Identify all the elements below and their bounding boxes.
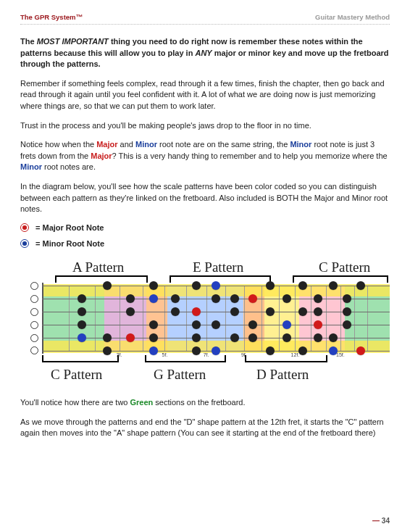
fret-line (367, 286, 368, 351)
note (329, 333, 338, 342)
p6-b: sections on the fretboard. (153, 398, 245, 407)
label-g-pattern: G Pattern (154, 367, 206, 383)
note-minor-root (149, 294, 158, 303)
fret-line (326, 286, 327, 351)
note (356, 281, 365, 290)
note-major-root (126, 333, 135, 342)
paragraph-4: Notice how when the Major and Minor root… (20, 139, 390, 173)
bracket-a (55, 275, 148, 283)
p4-minor2: Minor (290, 140, 311, 149)
p1-em1: MOST IMPORTANT (37, 37, 109, 46)
label-c-pattern-bottom: C Pattern (51, 367, 102, 383)
bracket-e (170, 275, 271, 283)
fret-line (244, 286, 245, 351)
p1-em2: ANY (195, 49, 212, 57)
legend-major: = Major Root Note (20, 223, 390, 232)
note (192, 346, 201, 355)
note-major-root (314, 320, 322, 329)
open-strings (29, 286, 41, 351)
note (192, 320, 201, 329)
note (230, 333, 239, 342)
note (266, 281, 275, 290)
note (78, 320, 86, 329)
p6-green: Green (130, 398, 154, 407)
p4-a: Notice how when the (20, 140, 96, 149)
note-major-root (356, 346, 365, 355)
note (192, 333, 201, 342)
p1-t1: The (20, 37, 37, 46)
note (149, 320, 158, 329)
note-minor-root (329, 346, 338, 355)
note (343, 294, 351, 303)
note (248, 320, 257, 329)
note-major-root (192, 307, 201, 316)
note (314, 294, 322, 303)
minor-root-icon (20, 239, 29, 248)
p4-minor3: Minor (20, 162, 42, 171)
note-minor-root (283, 320, 291, 329)
p4-e: ? This is a very handy thing to remember… (112, 151, 388, 160)
note (103, 281, 112, 290)
note (126, 307, 135, 316)
fret-line (279, 286, 280, 351)
label-a-pattern: A Pattern (72, 259, 124, 275)
note (329, 281, 338, 290)
note (230, 307, 239, 316)
fretnum-15: 15f. (336, 352, 345, 357)
bracket-c-bottom (42, 355, 119, 362)
note (149, 281, 158, 290)
paragraph-2: Remember if something feels complex, rea… (20, 78, 390, 112)
note (314, 307, 322, 316)
p4-c: root note are on the same string, the (157, 140, 290, 149)
note (314, 333, 322, 342)
fretboard-diagram: A Pattern E Pattern C Pattern (20, 257, 390, 387)
p4-minor1: Minor (135, 140, 157, 149)
note (212, 320, 220, 329)
label-d-pattern: D Pattern (256, 367, 309, 383)
note (212, 294, 220, 303)
bracket-c-top (293, 275, 388, 283)
paragraph-5: In the diagram below, you'll see how the… (20, 181, 390, 215)
note-minor-root (78, 333, 86, 342)
note (126, 294, 135, 303)
open-circle (30, 282, 38, 290)
legend-minor-text: = Minor Root Note (35, 239, 104, 248)
note (283, 294, 291, 303)
page-number: 34 (380, 517, 390, 525)
header-left: The GPR System™ (20, 13, 83, 21)
note (298, 281, 307, 290)
paragraph-3: Trust in the process and you'll be makin… (20, 120, 390, 132)
note (171, 294, 180, 303)
bracket-g (145, 355, 226, 362)
open-circle (30, 308, 38, 316)
paragraph-7: As we move through the patterns and end … (20, 417, 390, 439)
label-e-pattern: E Pattern (193, 259, 243, 275)
fret-line (120, 286, 120, 351)
note (298, 307, 307, 316)
note (298, 346, 307, 355)
note (343, 307, 351, 316)
fret-line (262, 286, 262, 351)
p4-major1: Major (96, 140, 117, 149)
label-c-pattern-top: C Pattern (319, 259, 370, 275)
note (78, 294, 86, 303)
note-minor-root (212, 346, 220, 355)
p6-a: You'll notice how there are two (20, 398, 130, 407)
note (103, 346, 112, 355)
fret-line (69, 286, 70, 351)
open-circle (30, 334, 38, 342)
footer-dash: — (372, 517, 380, 525)
note (149, 333, 158, 342)
intro-paragraph: The MOST IMPORTANT thing you need to do … (20, 36, 390, 70)
note (266, 346, 275, 355)
note (171, 307, 180, 316)
note (248, 333, 257, 342)
fret-line (225, 286, 226, 351)
note (192, 281, 201, 290)
page-footer: — 34 (372, 517, 390, 525)
note (103, 333, 112, 342)
p4-major2: Major (91, 151, 112, 160)
fret-line (164, 286, 165, 351)
fret-line (95, 286, 96, 351)
note-major-root (248, 294, 257, 303)
